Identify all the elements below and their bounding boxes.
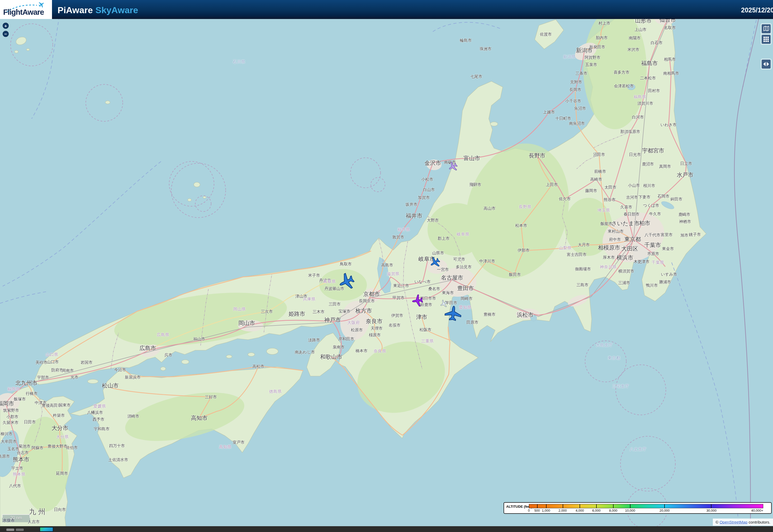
map-label: 桑名市 (428, 286, 440, 291)
map-label: 奈良市 (366, 318, 383, 325)
map-label: 国東市 (59, 403, 71, 408)
taskbar (0, 526, 773, 532)
map-label: 東京都 (608, 356, 621, 361)
taskbar-app-icon[interactable] (40, 527, 53, 532)
map-label: 相模原市 (598, 244, 620, 251)
inland-sea-island (181, 360, 189, 364)
expand-sidebar-button[interactable] (762, 60, 771, 69)
map-label: 福山市 (193, 337, 205, 342)
map-label: 飯田市 (509, 272, 521, 277)
map-label: つくば市 (643, 203, 659, 208)
map-label: 福岡県 (7, 387, 20, 392)
map-label: 三島市 (577, 282, 589, 287)
map-label: 延岡市 (56, 471, 68, 476)
zoom-in-button[interactable]: + (3, 23, 9, 29)
map-label: 菊池市 (19, 444, 31, 449)
small-island (203, 196, 206, 198)
map-label: 伊賀市 (392, 313, 403, 318)
grid-icon (763, 36, 769, 42)
map-label: 豊後大野市 (48, 444, 68, 449)
table-view-button[interactable] (762, 35, 771, 44)
openstreetmap-link[interactable]: OpenStreetMap (719, 520, 747, 524)
map-label: 三重県 (421, 339, 434, 344)
altitude-tick-labels: 05001,0002,0004,0006,0008,00010,00020,00… (529, 509, 763, 513)
map-label: 市原市 (647, 251, 659, 256)
map-label: 東近江市 (393, 283, 409, 288)
map-label: 広島市 (140, 344, 156, 352)
map-label: 鹿沼市 (642, 162, 654, 167)
map-label: 米子市 (308, 273, 320, 278)
map-label: 埼玉県 (598, 208, 610, 213)
map-label: 東海市 (442, 290, 454, 295)
map-label: 石川県 (233, 59, 245, 64)
map-label: 日立市 (680, 161, 692, 166)
legend-tick-mark (630, 504, 631, 508)
map-label: 宝塚市 (338, 309, 350, 314)
map-label: 五泉市 (585, 62, 597, 67)
map-label: 岐阜県 (457, 232, 470, 237)
map-label: 田村市 (648, 88, 660, 93)
map-label: 会津若松市 (614, 84, 634, 89)
plane-icon (37, 0, 46, 8)
map-label: いすみ市 (661, 272, 677, 277)
map-label: 新潟県 (563, 54, 576, 59)
map-label: 津市 (416, 313, 427, 321)
map-label: 天理市 (371, 326, 383, 331)
legend-tick-mark (613, 504, 614, 508)
map-label: 小山市 (628, 183, 640, 188)
map-label: 八丈支庁 (630, 447, 647, 452)
aircraft-icon[interactable] (443, 304, 464, 323)
map-label: 小千谷市 (565, 99, 581, 104)
map-label: 九州 (29, 507, 47, 516)
map-label: 那須塩原市 (621, 129, 640, 134)
taskbar-item[interactable] (6, 529, 14, 531)
attribution-suffix: contributors. (747, 520, 770, 524)
map-label: 銚子市 (689, 232, 701, 237)
map-label: 姫路市 (289, 310, 305, 318)
map-label: 神戸市 (324, 316, 341, 324)
legend-tick-mark (711, 504, 712, 508)
zoom-out-button[interactable]: − (3, 31, 9, 37)
map-label: 四万十市 (109, 443, 125, 448)
map-label: 柳川市 (1, 432, 13, 437)
aircraft-icon[interactable] (411, 293, 425, 308)
map-label: 山梨県 (559, 246, 572, 251)
map-label: 白山市 (423, 187, 435, 192)
map-label: 三浦市 (618, 280, 630, 285)
map-label: 三次市 (261, 309, 273, 314)
map-label: 前橋市 (594, 169, 606, 174)
map-label: 可児市 (454, 257, 465, 262)
legend-tick-label: 500 (535, 509, 540, 512)
map-label: 阿蘇市 (32, 445, 44, 450)
taskbar-item[interactable] (16, 529, 24, 531)
map-label: 高島市 (381, 263, 393, 268)
map-label: 太田市 (605, 185, 617, 190)
map-label: 名古屋市 (441, 274, 463, 281)
map-label: 南陽市 (629, 36, 641, 41)
legend-tick-label: 2,000 (559, 509, 567, 512)
logo-wordmark: FlightAware (3, 8, 44, 17)
map-label: 桜川市 (643, 183, 655, 188)
map-layers-button[interactable] (762, 24, 771, 33)
map-label: 広島県 (157, 332, 169, 337)
map-label: 上越市 (543, 110, 555, 115)
map-label: 鳥取市 (340, 262, 352, 267)
legend-title: ALTITUDE (feet) (506, 505, 532, 509)
map-label: 須賀川市 (637, 101, 653, 106)
map-label: 久留米市 (3, 420, 18, 425)
map-label: 岡崎市 (461, 296, 473, 301)
inland-sea-island (226, 355, 232, 358)
small-island (194, 182, 200, 187)
inland-sea-island (160, 367, 166, 371)
legend-tick-mark (537, 504, 538, 508)
map-label: 八代市 (9, 483, 21, 488)
map-label: 大分県 (56, 434, 69, 439)
legend-tick-label: 8,000 (609, 509, 617, 512)
flightaware-logo[interactable]: FlightAware (0, 0, 52, 19)
map[interactable]: 山形市仙台市村上市佐渡市名取市上山市胎内市南陽市白石市新発田市米沢市新潟市新潟県… (0, 0, 773, 532)
map-label: 鳥取県 (323, 279, 336, 284)
map-attribution: © OpenStreetMap contributors. (713, 519, 773, 526)
map-label: 東京都 (624, 236, 641, 243)
map-label: 枚方市 (355, 307, 372, 314)
map-label: 牛久市 (649, 212, 661, 217)
